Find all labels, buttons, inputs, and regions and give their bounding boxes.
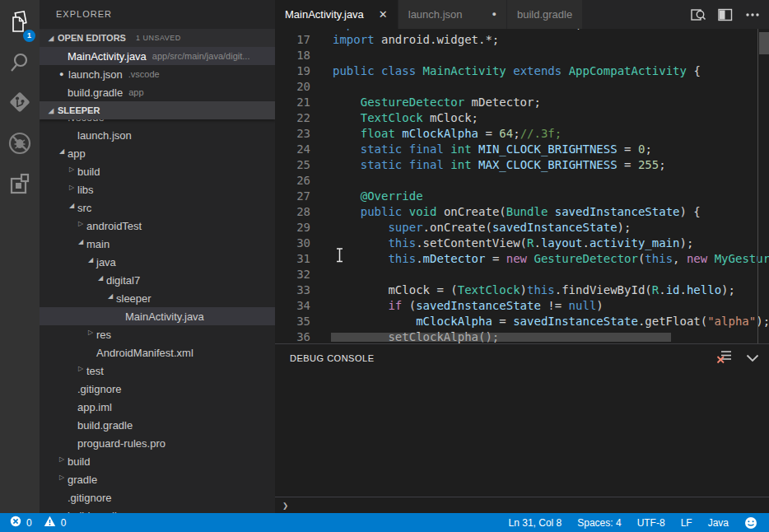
line-number: 34 [275,298,310,314]
explorer-activity-button[interactable]: 1 [0,8,40,41]
line-content: mClock = (TextClock)this.findViewById(R.… [333,282,735,298]
tree-item-res[interactable]: res [40,325,275,343]
tree-item-src[interactable]: src [40,198,275,217]
source-control-icon [7,90,32,118]
status-item[interactable]: UTF-8 [637,517,665,529]
code-editor[interactable]: import android.view.GestureDetector;17im… [275,29,769,343]
chevron-expanded-icon [84,256,97,264]
tree-item--vscode[interactable]: .vscode [40,119,275,126]
tree-item--gitignore[interactable]: .gitignore [40,380,275,398]
problems-status[interactable]: 0 0 [0,516,72,530]
tab-launch-json[interactable]: launch.json● [398,0,507,29]
vertical-scrollbar[interactable] [759,32,769,54]
tree-item-mainactivity-java[interactable]: MainActivity.java [40,307,275,325]
code-line: 21 GestureDetector mDetector; [275,95,769,110]
tree-item-test[interactable]: test [40,362,275,380]
clear-console-icon[interactable] [716,349,733,367]
debug-console-input[interactable]: ❯ [275,497,769,514]
tree-item-main[interactable]: main [40,235,275,253]
line-number: 21 [275,95,310,110]
line-number: 36 [275,329,310,343]
open-editor-file-name: MainActivity.java [68,50,147,63]
tree-item-label: main [86,238,110,250]
warning-count: 0 [61,517,67,529]
tree-item-build-gradle[interactable]: build.gradle [40,416,275,434]
panel-actions [716,344,759,372]
code-line: 25 static final int MAX_CLOCK_BRIGHTNESS… [275,157,769,173]
line-number: 23 [275,126,310,142]
tree-item-label: src [77,202,91,214]
line-content: public class MainActivity extends AppCom… [333,63,701,79]
code-line: 29 super.onCreate(savedInstanceState); [275,220,769,236]
tree-item-app[interactable]: app [40,144,275,162]
tree-item-libs[interactable]: libs [40,180,275,198]
chevron-down-icon[interactable] [746,351,759,366]
tree-item-label: AndroidManifest.xml [96,347,193,359]
open-editors-header[interactable]: OPEN EDITORS 1 UNSAVED [40,29,275,47]
line-number: 31 [275,251,310,267]
line-content: import android.widget.*; [333,32,499,48]
tab-build-gradle[interactable]: build.gradle [507,0,583,29]
open-editor-item[interactable]: MainActivity.javaapp/src/main/java/digit… [40,47,275,65]
search-activity-button[interactable] [0,48,40,81]
tree-item-label: launch.json [77,129,132,142]
status-item[interactable]: LF [681,517,692,529]
search-icon [8,51,31,77]
code-line: 19public class MainActivity extends AppC… [275,63,769,79]
tree-item-build[interactable]: build [40,162,275,180]
close-tab-icon[interactable]: ✕ [379,9,388,20]
tree-item-build-gradle[interactable]: build.gradle [40,506,275,513]
open-preview-icon[interactable] [690,7,706,23]
open-editor-file-path: app [128,87,143,97]
line-number: 32 [275,267,310,282]
tree-item-label: test [86,365,104,377]
dirty-indicator-icon: ● [492,11,496,18]
code-line: 32 [275,267,769,282]
line-number: 30 [275,236,310,251]
extensions-activity-button[interactable] [0,170,40,203]
status-item[interactable]: Ln 31, Col 8 [509,517,562,529]
horizontal-scrollbar[interactable] [331,333,671,342]
more-actions-icon[interactable] [744,7,761,23]
tree-item-label: build.gradle [77,419,133,432]
split-editor-icon[interactable] [717,7,734,23]
debug-icon [7,130,33,160]
open-editor-item[interactable]: build.gradleapp [40,83,275,101]
chevron-expanded-icon [44,107,58,114]
tree-item-androidmanifest-xml[interactable]: AndroidManifest.xml [40,343,275,362]
line-number: 24 [275,142,310,157]
sidebar-title: EXPLORER [40,0,275,29]
line-number: 26 [275,173,310,189]
line-number: 19 [275,63,310,79]
status-item[interactable]: Spaces: 4 [577,517,621,529]
source-control-activity-button[interactable] [0,87,40,120]
tab-mainactivity-java[interactable]: MainActivity.java✕ [275,0,398,29]
smiley-feedback-icon[interactable] [744,516,757,530]
tree-item-build[interactable]: build [40,452,275,470]
tree-item-digital7[interactable]: digital7 [40,271,275,289]
tree-item-label: digital7 [106,274,140,287]
code-line: 20 [275,79,769,95]
chevron-collapsed-icon [65,166,78,173]
line-number: 27 [275,189,310,204]
tree-item-label: androidTest [86,220,142,232]
tree-item-launch-json[interactable]: launch.json [40,126,275,144]
line-content: static final int MAX_CLOCK_BRIGHTNESS = … [333,157,666,173]
tree-item-androidtest[interactable]: androidTest [40,217,275,235]
workspace-section-header[interactable]: SLEEPER [40,101,275,119]
tree-item-label: .gitignore [68,492,111,504]
tree-item-gradle[interactable]: gradle [40,470,275,488]
panel-title[interactable]: DEBUG CONSOLE [290,353,374,363]
tree-item--gitignore[interactable]: .gitignore [40,488,275,506]
tree-item-app-iml[interactable]: app.iml [40,398,275,416]
debug-activity-button[interactable] [0,128,40,161]
editor-tab-bar: MainActivity.java✕launch.json●build.grad… [275,0,769,29]
tree-item-java[interactable]: java [40,253,275,271]
status-item[interactable]: Java [708,517,729,529]
line-content: public void onCreate(Bundle savedInstanc… [333,204,701,220]
open-editor-item[interactable]: ●launch.json.vscode [40,65,275,83]
code-line: 27 @Override [275,189,769,204]
tree-item-sleeper[interactable]: sleeper [40,289,275,307]
tree-item-proguard-rules-pro[interactable]: proguard-rules.pro [40,434,275,452]
code-lines: import android.view.GestureDetector;17im… [275,29,769,343]
